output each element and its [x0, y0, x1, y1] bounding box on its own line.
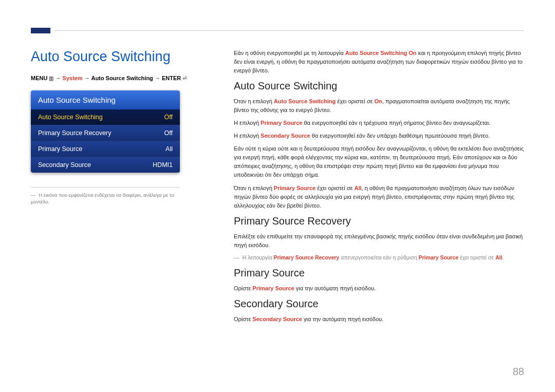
text: έχει οριστεί σε	[458, 254, 495, 260]
menu-label: Secondary Source	[38, 161, 91, 169]
breadcrumb-enter: ENTER	[162, 75, 181, 81]
menu-row-auto-source[interactable]: Auto Source Switching Off	[31, 109, 180, 125]
text: θα ενεργοποιηθεί εάν η τρέχουσα πηγή σήμ…	[302, 120, 490, 126]
body-text: Όταν η επιλογή Auto Source Switching έχε…	[234, 97, 524, 115]
highlight: Auto Source Switching	[274, 98, 336, 104]
highlight: Secondary Source	[252, 316, 302, 322]
text: Εάν η οθόνη ενεργοποιηθεί με τη λειτουργ…	[234, 50, 345, 56]
menu-label: Primary Source	[38, 145, 82, 153]
text: έχει οριστεί σε	[336, 98, 374, 104]
highlight: Primary Source Recovery	[273, 254, 339, 260]
breadcrumb: MENU ▥ → System → Auto Source Switching …	[31, 75, 221, 81]
text: έχει οριστεί σε	[316, 185, 354, 191]
text: .	[502, 254, 504, 260]
menu-row-secondary-source[interactable]: Secondary Source HDMI1	[31, 157, 180, 173]
body-text: Όταν η επιλογή Primary Source έχει οριστ…	[234, 184, 524, 210]
highlight: Primary Source	[418, 254, 458, 260]
body-text: Η επιλογή Primary Source θα ενεργοποιηθε…	[234, 119, 524, 127]
menu-value: Off	[164, 114, 173, 121]
text: για την αυτόματη πηγή εισόδου.	[294, 285, 376, 291]
highlight: Primary Source	[274, 185, 316, 191]
text: Όταν η επιλογή	[234, 98, 274, 104]
intro-paragraph: Εάν η οθόνη ενεργοποιηθεί με τη λειτουργ…	[234, 49, 524, 75]
text: Ορίστε	[234, 316, 252, 322]
highlight: All	[354, 185, 361, 191]
highlight: Primary Source	[261, 120, 302, 126]
left-column: Auto Source Switching MENU ▥ → System → …	[31, 49, 221, 328]
text: Η επιλογή	[234, 133, 261, 139]
highlight: On	[375, 98, 382, 104]
highlight: All	[495, 254, 502, 260]
page-number: 88	[513, 366, 524, 378]
menu-label: Auto Source Switching	[38, 114, 103, 121]
body-text: Επιλέξτε εάν επιθυμείτε την επαναφορά τη…	[234, 232, 524, 250]
breadcrumb-feature: Auto Source Switching	[91, 75, 153, 81]
dash-icon: ―	[31, 192, 36, 198]
menu-value: All	[165, 145, 173, 153]
right-column: Εάν η οθόνη ενεργοποιηθεί με τη λειτουργ…	[234, 49, 524, 328]
dash-icon: ―	[234, 254, 239, 260]
breadcrumb-system: System	[63, 75, 83, 81]
body-text: Η επιλογή Secondary Source θα ενεργοποιη…	[234, 132, 524, 140]
section-heading-secondary-source: Secondary Source	[234, 298, 524, 310]
header-marker	[31, 28, 50, 33]
highlight: Auto Source Switching On	[345, 50, 417, 56]
menu-row-primary-recovery[interactable]: Primary Source Recovery Off	[31, 125, 180, 141]
breadcrumb-menu: MENU	[31, 75, 47, 81]
body-text: Ορίστε Secondary Source για την αυτόματη…	[234, 315, 524, 324]
section-heading-primary-source: Primary Source	[234, 267, 524, 279]
disclaimer-body: Η εικόνα που εμφανίζεται ενδέχεται να δι…	[31, 192, 174, 204]
osd-menu: Auto Source Switching Auto Source Switch…	[31, 90, 180, 173]
text: θα ενεργοποιηθεί εάν δεν υπάρχει διαθέσι…	[310, 133, 490, 139]
menu-row-primary-source[interactable]: Primary Source All	[31, 141, 180, 157]
header-divider	[54, 30, 524, 31]
highlight: Secondary Source	[261, 133, 310, 139]
enter-icon: ⏎	[182, 76, 187, 81]
highlight: Primary Source	[252, 285, 294, 291]
breadcrumb-arrow: →	[84, 75, 90, 81]
body-text: Εάν ούτε η κύρια ούτε και η δευτερεύουσα…	[234, 144, 524, 179]
breadcrumb-arrow: →	[55, 75, 61, 81]
text: για την αυτόματη πηγή εισόδου.	[302, 316, 383, 322]
menu-value: Off	[164, 129, 173, 137]
section-heading-primary-recovery: Primary Source Recovery	[234, 215, 524, 227]
disclaimer-divider: ―Η εικόνα που εμφανίζεται ενδέχεται να δ…	[31, 187, 180, 206]
menu-value: HDMI1	[153, 161, 173, 169]
text: Ορίστε	[234, 285, 252, 291]
page-title: Auto Source Switching	[31, 49, 221, 65]
text: Όταν η επιλογή	[234, 185, 274, 191]
text: Η λειτουργία	[243, 254, 274, 260]
body-text: Ορίστε Primary Source για την αυτόματη π…	[234, 284, 524, 293]
osd-menu-header: Auto Source Switching	[31, 90, 180, 109]
text: Η επιλογή	[234, 120, 261, 126]
breadcrumb-arrow: →	[155, 75, 160, 81]
note-text: ―Η λειτουργία Primary Source Recovery απ…	[234, 254, 524, 262]
menu-label: Primary Source Recovery	[38, 129, 111, 137]
text: απενεργοποιείται εάν η ρύθμιση	[339, 254, 418, 260]
content-area: Auto Source Switching MENU ▥ → System → …	[31, 49, 524, 328]
menu-icon: ▥	[49, 76, 53, 81]
disclaimer-text: ―Η εικόνα που εμφανίζεται ενδέχεται να δ…	[31, 192, 180, 206]
section-heading-auto-source: Auto Source Switching	[234, 80, 524, 92]
